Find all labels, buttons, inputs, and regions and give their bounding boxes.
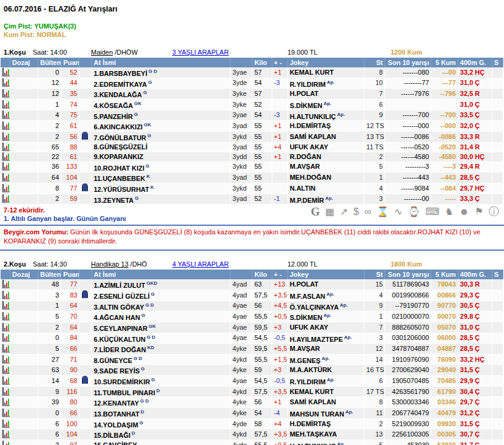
line-chart-icon[interactable]: ∿	[394, 206, 402, 218]
jockey-link[interactable]: H.POLAT	[290, 90, 318, 97]
horse-name-link[interactable]: 10.SURDEMİRKIR	[93, 378, 150, 386]
dozaj-chart-icon[interactable]	[2, 100, 10, 109]
race-group-link[interactable]: 4 YAŞLI ARAPLAR	[172, 260, 287, 268]
dozaj-chart-icon[interactable]	[2, 78, 10, 87]
horse-name-link[interactable]: 8.GÜNEYCE	[93, 356, 132, 364]
jockey-link[interactable]: M.F.ASLAN	[290, 293, 326, 300]
dozaj-chart-icon[interactable]	[2, 173, 10, 182]
jockey-link[interactable]: KEMAL KURT	[290, 69, 334, 76]
dozaj-chart-icon[interactable]	[2, 89, 10, 98]
dozaj-chart-icon[interactable]	[2, 132, 10, 141]
dozaj-chart-icon[interactable]	[2, 291, 10, 299]
crowd-icon[interactable]: ☻	[459, 206, 469, 218]
stopwatch-icon[interactable]: ⌚	[408, 206, 420, 218]
finish-flag-icon[interactable]: ⚑	[475, 206, 483, 218]
info-icon[interactable]: ⓘ	[489, 206, 499, 218]
dozaj-chart-icon[interactable]	[2, 280, 10, 288]
horse-name-link[interactable]: 2.EDREMİTKAYA	[93, 80, 147, 87]
horse-name-link[interactable]: 8.GÜNEŞGÜZELİ	[93, 143, 147, 151]
jockey-link[interactable]: MAHSUN TURAN	[290, 410, 344, 418]
jockey-link[interactable]: M.GENEŞ	[290, 356, 321, 364]
dozaj-chart-icon[interactable]	[2, 441, 10, 445]
jockey-link[interactable]: N.ALTIN	[290, 185, 316, 192]
horse-name-link[interactable]: 7.LİDER DOĞAN	[93, 346, 146, 353]
jockey-link[interactable]: M.A.AKTÜRK	[290, 366, 332, 373]
race-type-link[interactable]: Handikap 13	[91, 260, 129, 268]
horse-name-link[interactable]: 4.AĞCAN HAN	[93, 314, 139, 321]
dozaj-chart-icon[interactable]	[2, 152, 10, 161]
jockey-link[interactable]: KEMAL KURT	[290, 388, 334, 395]
jockey-link[interactable]: R.YILDIRIM	[290, 378, 326, 386]
jockey-link[interactable]: R.DOĞAN	[290, 153, 321, 160]
jockey-link[interactable]: H.ALTUNKILIÇ	[290, 112, 336, 120]
jockey-link[interactable]: H.DEMİRTAŞ	[290, 122, 331, 129]
horse-name-link[interactable]: 7.GÖNÜLBATUR	[93, 134, 146, 141]
horse-name-link[interactable]: 12.YÜRÜSURHAT	[93, 186, 149, 193]
dozaj-chart-icon[interactable]	[2, 143, 10, 151]
horse-head-icon[interactable]: ♞	[445, 206, 453, 218]
jockey-link[interactable]: H.AYILMAZTEPE	[290, 335, 343, 342]
dozaj-chart-icon[interactable]	[2, 110, 10, 119]
horse-name-link[interactable]: 13.ZEYNETA	[93, 196, 133, 203]
jockey-link[interactable]: Ö.YALÇINKAYA	[290, 303, 339, 310]
hourglass-icon[interactable]: ⌛	[377, 206, 389, 218]
horse-name-link[interactable]: 12.KENANTAY	[93, 399, 139, 407]
jockey-link[interactable]: R.YILDIRIM	[290, 80, 326, 87]
dozaj-chart-icon[interactable]	[2, 121, 10, 130]
jockey-link[interactable]: SAMİ KAPLAN	[290, 398, 336, 406]
horse-name-link[interactable]: 5.PANZEHİR	[93, 112, 133, 120]
horse-name-link[interactable]: 1.BARSBAYBEYİ	[93, 70, 147, 77]
dozaj-chart-icon[interactable]	[2, 312, 10, 321]
dozaj-chart-icon[interactable]	[2, 68, 10, 76]
dozaj-chart-icon[interactable]	[2, 162, 10, 171]
horse-name-link[interactable]: 10.ROJHAT KIZI	[93, 164, 144, 171]
jockey-link[interactable]: UFUK AKAY	[290, 143, 328, 151]
horse-name-link[interactable]: 3.KENDALAĞA	[93, 91, 141, 98]
horse-name-link[interactable]: 9.SADE REYİS	[93, 367, 139, 375]
dozaj-chart-icon[interactable]	[2, 365, 10, 374]
horse-name-link[interactable]: 11.TUMBUL PINARI	[93, 389, 155, 396]
calculator-icon[interactable]: ⌨	[425, 206, 439, 218]
horse-name-link[interactable]: 11.UÇANBEBEK	[93, 175, 145, 182]
money-dollar-icon[interactable]: $	[354, 206, 359, 218]
horse-name-link[interactable]: 5.CEYLANPINAR	[93, 325, 147, 332]
jockey-link[interactable]: M.P.DEMİR	[290, 196, 324, 203]
jockey-link[interactable]: UFUK AKAY	[290, 324, 328, 331]
performance-arrow-icon[interactable]: ↗	[340, 206, 348, 218]
dozaj-chart-icon[interactable]	[2, 409, 10, 417]
dozaj-chart-icon[interactable]	[2, 184, 10, 192]
jockey-link[interactable]: H.ALTUNKILIÇ	[290, 443, 336, 445]
horse-name-link[interactable]: 4.KÖSEAĞA	[93, 102, 133, 109]
horse-name-link[interactable]: 1.AZİMLİ ZULUT	[93, 282, 145, 289]
horse-name-link[interactable]: 13.BOTANHAT	[93, 410, 139, 418]
horse-name-link[interactable]: 15.DİLBAĞI	[93, 432, 130, 439]
jockey-link[interactable]: MEH.TAŞKAYA	[290, 430, 337, 438]
jockey-link[interactable]: M.AVŞAR	[290, 345, 320, 352]
dozaj-chart-icon[interactable]	[2, 420, 10, 428]
dozaj-chart-icon[interactable]	[2, 333, 10, 342]
horse-name-link[interactable]: 14.YOLDAŞIM	[93, 421, 138, 428]
dozaj-chart-icon[interactable]	[2, 430, 10, 438]
dozaj-chart-icon[interactable]	[2, 194, 10, 203]
race-group-link[interactable]: 3 YAŞLI ARAPLAR	[172, 49, 287, 56]
dozaj-chart-icon[interactable]	[2, 376, 10, 385]
dozaj-chart-icon[interactable]	[2, 344, 10, 353]
dozaj-chart-icon[interactable]	[2, 355, 10, 364]
horse-name-link[interactable]: 2.ESENLİ GÜZELİ	[93, 293, 149, 300]
ganyan-g-icon[interactable]: G	[311, 206, 320, 218]
program-sheet-icon[interactable]: ▦	[325, 206, 334, 218]
dozaj-chart-icon[interactable]	[2, 323, 10, 331]
jockey-link[interactable]: S.DİKMEN	[290, 314, 323, 321]
horse-name-link[interactable]: 9.KOPARANKIZ	[93, 153, 143, 160]
horse-name-link[interactable]: 3.ALTIN GÖKAY	[93, 303, 144, 310]
horse-name-link[interactable]: 6.KÜÇÜKALTUN	[93, 335, 145, 342]
dozaj-chart-icon[interactable]	[2, 398, 10, 406]
jockey-link[interactable]: M.AVŞAR	[290, 163, 320, 170]
jockey-link[interactable]: H.DEMİRTAŞ	[290, 420, 331, 427]
binoculars-icon[interactable]: ∞	[365, 206, 371, 218]
horse-name-link[interactable]: 6.AKINCAKKIZI	[93, 123, 143, 131]
dozaj-chart-icon[interactable]	[2, 301, 10, 310]
jockey-link[interactable]: MEH.DOĞAN	[290, 174, 331, 181]
jockey-link[interactable]: S.DİKMEN	[290, 102, 323, 109]
dozaj-chart-icon[interactable]	[2, 387, 10, 396]
